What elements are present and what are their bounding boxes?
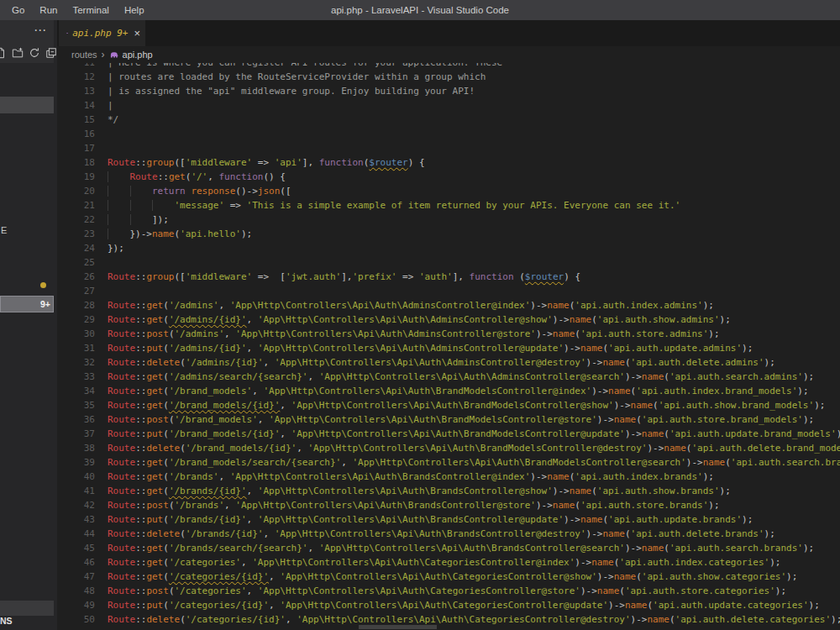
code-text: Route::put('/categories/{id}', 'App\Http… (108, 598, 820, 612)
code-line[interactable]: 14| (57, 98, 840, 113)
code-line[interactable]: 22 ]); (57, 213, 840, 227)
code-line[interactable]: 45Route::get('/brands/search/{search}', … (57, 541, 840, 555)
code-line[interactable]: 12| routes are loaded by the RouteServic… (57, 70, 840, 84)
line-number: 34 (57, 384, 95, 398)
code-line[interactable]: 32Route::delete('/admins/{id}', 'App\Htt… (57, 355, 840, 370)
code-line[interactable]: 26Route::group(['middleware' => ['jwt.au… (57, 270, 840, 284)
code-line[interactable]: 20 return response()->json([ (57, 184, 840, 198)
line-number: 20 (57, 184, 95, 198)
line-number: 25 (57, 255, 95, 270)
refresh-icon[interactable] (29, 47, 40, 59)
new-folder-icon[interactable] (12, 47, 24, 59)
code-line[interactable]: 35Route::get('/brand_models/{id}', 'App\… (57, 398, 840, 412)
code-line[interactable]: 38Route::delete('/brand_models/{id}', 'A… (57, 441, 840, 455)
close-icon[interactable]: × (134, 28, 140, 39)
line-number: 13 (57, 84, 95, 98)
sidebar-section-row[interactable] (0, 601, 54, 616)
more-actions-icon[interactable]: ⋯ (34, 23, 47, 38)
code-line[interactable]: 34Route::get('/brand_models', 'App\Http\… (57, 384, 840, 398)
menu-item-go[interactable]: Go (4, 5, 32, 15)
line-number: 18 (57, 155, 95, 170)
line-number: 47 (57, 570, 95, 584)
code-line[interactable]: 24}); (57, 241, 840, 255)
sidebar-header: ⋯ (0, 20, 54, 63)
code-line[interactable]: 25 (57, 255, 840, 270)
code-text: | is assigned the "api" middleware group… (108, 84, 475, 98)
new-file-icon[interactable] (0, 47, 7, 59)
php-elephant-icon (66, 28, 68, 39)
code-line[interactable]: 41Route::get('/brands/{id}', 'App\Http\C… (57, 484, 840, 498)
code-text: Route::get('/admins/search/{search}', 'A… (108, 370, 814, 384)
code-text: */ (108, 113, 118, 127)
code-line[interactable]: 39Route::get('/brand_models/search/{sear… (57, 455, 840, 470)
code-line[interactable]: 40Route::get('/brands', 'App\Http\Contro… (57, 470, 840, 484)
code-line[interactable]: 17 (57, 141, 840, 155)
code-text: }); (108, 241, 124, 255)
line-number: 33 (57, 370, 95, 384)
code-line[interactable]: 16 (57, 127, 840, 141)
code-line[interactable]: 30Route::post('/admins', 'App\Http\Contr… (57, 327, 840, 341)
code-line[interactable]: 42Route::post('/brands', 'App\Http\Contr… (57, 498, 840, 512)
explorer-sidebar: ⋯ E 9+ NS (0, 20, 57, 630)
code-text: Route::put('/admins/{id}', 'App\Http\Con… (108, 341, 753, 355)
line-number: 14 (57, 98, 95, 113)
code-text: Route::put('/brand_models/{id}', 'App\Ht… (108, 427, 840, 441)
code-line[interactable]: 15*/ (57, 113, 840, 127)
code-line[interactable]: 50Route::delete('/categories/{id}', 'App… (57, 612, 840, 627)
code-text: Route::get('/brand_models', 'App\Http\Co… (108, 384, 809, 398)
code-text: })->name('api.hello'); (108, 227, 252, 241)
code-line[interactable]: 31Route::put('/admins/{id}', 'App\Http\C… (57, 341, 840, 355)
line-number: 49 (57, 598, 95, 612)
sidebar-selected-row[interactable] (0, 97, 54, 113)
menu-item-run[interactable]: Run (32, 5, 65, 15)
code-text: Route::get('/categories', 'App\Http\Cont… (108, 555, 780, 570)
title-bar: GoRunTerminalHelp api.php - LaravelAPI -… (0, 0, 840, 20)
code-text: Route::put('/brands/{id}', 'App\Http\Con… (108, 512, 753, 527)
code-line[interactable]: 27 (57, 284, 840, 298)
code-line[interactable]: 33Route::get('/admins/search/{search}', … (57, 370, 840, 384)
breadcrumb-file[interactable]: api.php (123, 50, 153, 60)
line-number: 45 (57, 541, 95, 555)
tab-api-php[interactable]: api.php 9+ × (59, 20, 145, 46)
menu-item-help[interactable]: Help (117, 5, 152, 15)
collapse-folders-icon[interactable] (45, 47, 57, 59)
code-text: Route::get('/brand_models/{id}', 'App\Ht… (108, 398, 825, 412)
sidebar-active-file-row[interactable]: 9+ (0, 296, 54, 312)
code-text: Route::get('/brands', 'App\Http\Controll… (108, 470, 714, 484)
code-line[interactable]: 46Route::get('/categories', 'App\Http\Co… (57, 555, 840, 570)
breadcrumb: routes › api.php (57, 46, 840, 63)
code-text: | routes are loaded by the RouteServiceP… (108, 70, 486, 84)
code-line[interactable]: 48Route::post('/categories', 'App\Http\C… (57, 584, 840, 598)
code-text: Route::delete('/brand_models/{id}', 'App… (108, 441, 840, 455)
code-line[interactable]: 44Route::delete('/brands/{id}', 'App\Htt… (57, 527, 840, 541)
line-number: 31 (57, 341, 95, 355)
editor-pane[interactable]: 11| Here is where you can register API r… (57, 46, 840, 630)
line-number: 42 (57, 498, 95, 512)
code-line[interactable]: 43Route::put('/brands/{id}', 'App\Http\C… (57, 512, 840, 527)
code-text: Route::get('/brand_models/search/{search… (108, 455, 840, 470)
code-line[interactable]: 37Route::put('/brand_models/{id}', 'App\… (57, 427, 840, 441)
code-line[interactable]: 18Route::group(['middleware' => 'api'], … (57, 155, 840, 170)
line-number: 19 (57, 170, 95, 184)
breadcrumb-folder[interactable]: routes (71, 50, 97, 60)
menu-item-terminal[interactable]: Terminal (65, 5, 116, 15)
line-number: 48 (57, 584, 95, 598)
chevron-right-icon: › (102, 49, 105, 60)
code-line[interactable]: 47Route::get('/categories/{id}', 'App\Ht… (57, 570, 840, 584)
code-line[interactable]: 28Route::get('/admins', 'App\Http\Contro… (57, 298, 840, 312)
code-text: Route::get('/brands/{id}', 'App\Http\Con… (108, 484, 731, 498)
code-line[interactable]: 13| is assigned the "api" middleware gro… (57, 84, 840, 98)
code-text: ]); (108, 213, 169, 227)
code-line[interactable]: 49Route::put('/categories/{id}', 'App\Ht… (57, 598, 840, 612)
code-line[interactable]: 29Route::get('/admins/{id}', 'App\Http\C… (57, 312, 840, 327)
code-line[interactable]: 19 Route::get('/', function() { (57, 170, 840, 184)
code-lines[interactable]: 11| Here is where you can register API r… (57, 55, 840, 627)
line-number: 39 (57, 455, 95, 470)
tab-label: api.php 9+ (72, 28, 128, 39)
problems-badge: 9+ (40, 299, 50, 309)
code-text: Route::post('/admins', 'App\Http\Control… (108, 327, 720, 341)
code-line[interactable]: 21 'message' => 'This is a simple exampl… (57, 198, 840, 213)
code-line[interactable]: 23 })->name('api.hello'); (57, 227, 840, 241)
code-line[interactable]: 36Route::post('/brand_models', 'App\Http… (57, 412, 840, 427)
horizontal-scrollbar[interactable] (359, 625, 437, 629)
